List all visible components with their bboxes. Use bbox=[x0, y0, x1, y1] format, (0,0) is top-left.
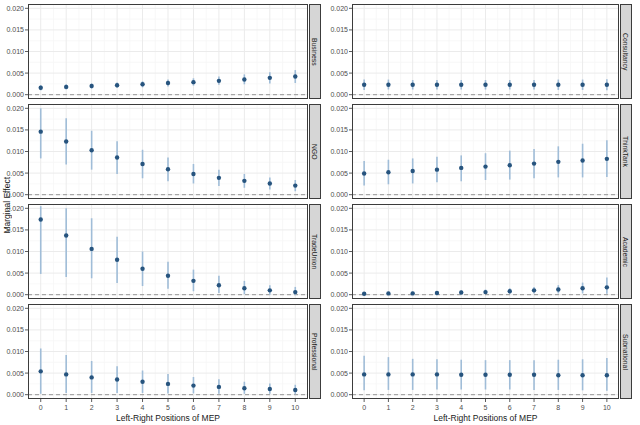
x-tick-label: 5 bbox=[478, 403, 494, 412]
panel-tradeunion bbox=[28, 204, 308, 299]
x-axis-title-left-column: Left-Right Positions of MEP bbox=[116, 413, 220, 423]
data-point bbox=[386, 372, 390, 376]
data-point bbox=[293, 388, 297, 392]
facet-strip-label: Business bbox=[311, 38, 318, 66]
y-tick-label: 0.000 bbox=[326, 290, 348, 299]
data-point bbox=[532, 83, 536, 87]
data-point bbox=[459, 166, 463, 170]
data-point bbox=[64, 139, 68, 143]
y-tick-label: 0.005 bbox=[326, 369, 348, 378]
panel-plot-business bbox=[28, 4, 308, 99]
y-tick-label: 0.000 bbox=[326, 90, 348, 99]
data-point bbox=[605, 83, 609, 87]
facet-strip-label: Subnational bbox=[622, 334, 629, 370]
data-point bbox=[532, 373, 536, 377]
x-tick-label: 10 bbox=[599, 403, 615, 412]
x-tick-label: 7 bbox=[211, 403, 227, 412]
y-tick-label: 0.015 bbox=[326, 125, 348, 134]
y-tick-label: 0.010 bbox=[2, 347, 24, 356]
y-tick-label: 0.010 bbox=[2, 247, 24, 256]
data-point bbox=[410, 169, 414, 173]
x-tick-label: 8 bbox=[550, 403, 566, 412]
y-tick-label: 0.000 bbox=[326, 190, 348, 199]
y-tick-label: 0.005 bbox=[2, 369, 24, 378]
data-point bbox=[64, 233, 68, 237]
x-tick-label: 5 bbox=[160, 403, 176, 412]
data-point bbox=[39, 129, 43, 133]
panel-plot-ngo bbox=[28, 104, 308, 199]
y-tick-label: 0.015 bbox=[2, 25, 24, 34]
data-point bbox=[166, 167, 170, 171]
y-tick-label: 0.015 bbox=[2, 225, 24, 234]
data-point bbox=[556, 373, 560, 377]
data-point bbox=[242, 77, 246, 81]
y-tick-label: 0.020 bbox=[326, 104, 348, 113]
data-point bbox=[532, 161, 536, 165]
x-tick-label: 9 bbox=[262, 403, 278, 412]
data-point bbox=[459, 373, 463, 377]
data-point bbox=[242, 286, 246, 290]
y-tick-label: 0.010 bbox=[326, 247, 348, 256]
y-tick-label: 0.005 bbox=[326, 69, 348, 78]
facet-strip-label: NGO bbox=[311, 144, 318, 159]
y-tick-label: 0.005 bbox=[2, 69, 24, 78]
data-point bbox=[580, 286, 584, 290]
data-point bbox=[580, 373, 584, 377]
data-point bbox=[268, 387, 272, 391]
y-tick-label: 0.010 bbox=[326, 47, 348, 56]
facet-strip-label: TradeUnion bbox=[311, 234, 318, 269]
data-point bbox=[410, 83, 414, 87]
data-point bbox=[217, 385, 221, 389]
x-tick-label: 0 bbox=[33, 403, 49, 412]
panel-plot-consultancy bbox=[352, 4, 619, 99]
facet-strip-consultancy: Consultancy bbox=[620, 4, 633, 99]
y-tick-label: 0.020 bbox=[326, 4, 348, 13]
x-axis-title-right-column: Left-Right Positions of MEP bbox=[434, 413, 538, 423]
data-point bbox=[166, 81, 170, 85]
data-point bbox=[191, 172, 195, 176]
x-tick-label: 3 bbox=[429, 403, 445, 412]
x-tick-label: 6 bbox=[502, 403, 518, 412]
x-tick-label: 3 bbox=[109, 403, 125, 412]
data-point bbox=[580, 83, 584, 87]
x-tick-label: 4 bbox=[135, 403, 151, 412]
data-point bbox=[556, 160, 560, 164]
data-point bbox=[293, 183, 297, 187]
y-tick-label: 0.020 bbox=[2, 204, 24, 213]
data-point bbox=[89, 247, 93, 251]
data-point bbox=[191, 383, 195, 387]
data-point bbox=[459, 290, 463, 294]
x-tick-label: 1 bbox=[58, 403, 74, 412]
data-point bbox=[362, 372, 366, 376]
facet-strip-ngo: NGO bbox=[309, 104, 322, 199]
x-tick-label: 10 bbox=[287, 403, 303, 412]
x-tick-label: 1 bbox=[380, 403, 396, 412]
data-point bbox=[532, 288, 536, 292]
data-point bbox=[410, 372, 414, 376]
data-point bbox=[556, 287, 560, 291]
y-tick-label: 0.015 bbox=[2, 325, 24, 334]
x-tick-label: 4 bbox=[453, 403, 469, 412]
y-tick-label: 0.015 bbox=[326, 225, 348, 234]
data-point bbox=[268, 288, 272, 292]
data-point bbox=[115, 258, 119, 262]
data-point bbox=[459, 83, 463, 87]
data-point bbox=[115, 83, 119, 87]
x-tick-label: 8 bbox=[236, 403, 252, 412]
x-tick-label: 2 bbox=[405, 403, 421, 412]
y-tick-label: 0.020 bbox=[2, 104, 24, 113]
data-point bbox=[508, 163, 512, 167]
data-point bbox=[89, 375, 93, 379]
y-tick-label: 0.020 bbox=[2, 304, 24, 313]
data-point bbox=[115, 155, 119, 159]
y-tick-label: 0.010 bbox=[2, 147, 24, 156]
data-point bbox=[217, 283, 221, 287]
panel-plot-professional bbox=[28, 304, 308, 399]
data-point bbox=[435, 167, 439, 171]
data-point bbox=[89, 148, 93, 152]
data-point bbox=[293, 290, 297, 294]
y-tick-label: 0.005 bbox=[2, 269, 24, 278]
data-point bbox=[64, 372, 68, 376]
x-tick-label: 6 bbox=[185, 403, 201, 412]
panel-academic bbox=[352, 204, 619, 299]
